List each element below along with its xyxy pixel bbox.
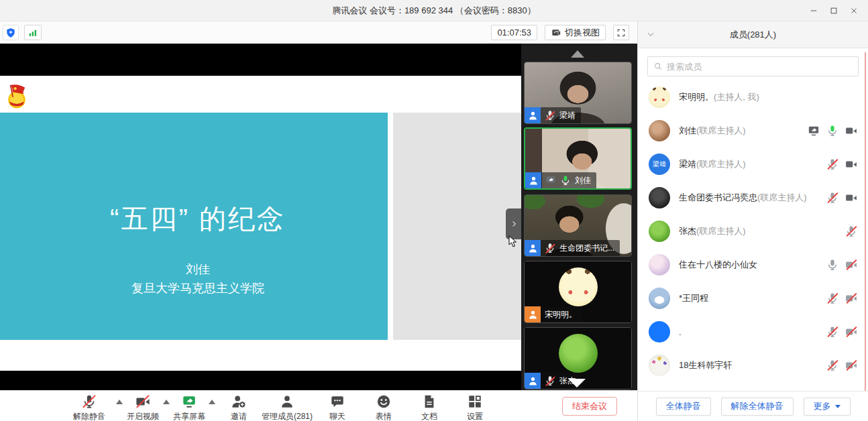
slide-side-block [393,113,521,340]
members-icon [280,394,294,409]
close-button[interactable] [844,0,864,21]
switch-view-button[interactable]: 切换视图 [545,25,606,40]
mic-muted-icon [545,243,555,253]
member-row[interactable]: 宋明明。(主持人, 我) [638,80,868,114]
member-row[interactable]: 18生科韩宇轩 [638,349,868,382]
meeting-timer: 01:07:53 [491,25,537,40]
mic-muted-icon [545,375,555,386]
video-tile-songmingming[interactable]: 宋明明。 [524,261,632,323]
collapse-panel-button[interactable] [646,29,657,40]
camera-on-icon [845,125,857,137]
video-tile-liangjing[interactable]: 梁靖 [524,62,632,124]
camera-on-icon [845,192,857,204]
scroll-up-arrow[interactable] [571,50,584,58]
network-status-button[interactable] [24,25,42,40]
mic-muted-icon [545,110,555,121]
member-row[interactable]: *王同程 [638,282,868,315]
member-row[interactable]: 刘佳(联席主持人) [638,114,868,147]
member-name: 住在十八楼的小仙女 [679,259,757,269]
end-meeting-button[interactable]: 结束会议 [562,397,617,416]
main-stage: “五四” 的纪念 刘佳 复旦大学马克思主义学院 [0,44,637,390]
minimize-button[interactable] [804,0,824,21]
tencent-meeting-window: 腾讯会议 会议号：189 692 344 （会议密码：8830） 01 [0,0,868,421]
slide-title-block: “五四” 的纪念 刘佳 复旦大学马克思主义学院 [0,113,388,340]
settings-button[interactable]: 设置 [443,394,507,421]
chevron-down-icon [646,29,655,39]
unmute-all-button[interactable]: 解除全体静音 [721,398,794,416]
title-bar: 腾讯会议 会议号：189 692 344 （会议密码：8830） [0,0,868,21]
slide-title: “五四” 的纪念 [37,200,359,237]
avatar [559,334,598,373]
mute-all-button[interactable]: 全体静音 [656,398,711,416]
shared-screen: “五四” 的纪念 刘佳 复旦大学马克思主义学院 [0,44,521,390]
caret-down-icon [835,405,840,408]
security-button[interactable] [3,25,19,40]
member-role: (联席主持人) [696,125,746,135]
window-title: 腾讯会议 会议号：189 692 344 （会议密码：8830） [332,5,535,17]
member-name: 刘佳 [679,125,696,135]
camera-on-icon [845,158,857,170]
mic-muted-icon [826,158,838,170]
scroll-down-arrow[interactable] [568,379,586,387]
mic-muted-icon [82,394,97,409]
mic-muted-icon [826,192,838,204]
fullscreen-icon [616,28,626,38]
avatar [649,254,670,276]
camera-off-icon [845,259,857,271]
camera-off-icon [845,326,857,338]
avatar [649,86,670,108]
member-row[interactable]: . [638,315,868,349]
members-panel-footer: 全体静音 解除全体静音 更多 [638,391,868,421]
avatar [649,288,670,309]
member-name: . [679,327,682,337]
document-icon [422,394,437,409]
maximize-icon [829,6,838,15]
settings-grid-icon [468,394,482,409]
mic-on-icon [826,125,838,137]
chevron-right-icon [510,220,518,228]
member-role: (联席主持人) [696,226,746,236]
bottom-toolbar: 解除静音 开启视频 共享屏幕 邀请 管理成员(281) 聊天 表情 [0,390,637,421]
mouse-cursor [508,235,517,248]
screen-share-icon [545,175,556,186]
search-input[interactable] [667,62,853,72]
avatar [559,267,598,306]
member-role: (联席主持人) [757,192,807,202]
member-role: (联席主持人) [696,159,746,169]
screen-share-icon [808,125,820,137]
member-badge-icon [525,240,541,256]
mic-muted-icon [826,326,838,338]
members-panel: 成员(281人) 宋明明。(主持人, 我) 刘佳(联席主持人) [637,21,868,421]
video-tile-liujia[interactable]: 刘佳 [524,127,632,190]
member-badge-icon [525,373,541,389]
emoji-icon [376,394,391,409]
youth-league-emblem-icon [4,82,30,111]
members-panel-title: 成员(281人) [730,29,776,41]
screen-share-icon [182,394,197,409]
member-row[interactable]: 梁靖 梁靖(联席主持人) [638,147,868,181]
member-name: 梁靖 [679,159,696,169]
mic-on-icon [826,259,838,271]
minimize-icon [809,6,818,15]
presentation-slide: “五四” 的纪念 刘佳 复旦大学马克思主义学院 [0,76,521,371]
fullscreen-button[interactable] [613,25,629,40]
avatar [649,120,670,141]
member-row[interactable]: 张杰(联席主持人) [638,215,868,248]
member-badge-icon [525,107,541,123]
member-row[interactable]: 生命团委书记冯奕忠(联席主持人) [638,181,868,215]
member-name: 宋明明。 [679,92,714,102]
close-icon [849,6,859,15]
chat-icon [330,394,345,409]
member-row[interactable]: 住在十八楼的小仙女 [638,248,868,282]
timer-value: 01:07:53 [497,27,531,38]
maximize-button[interactable] [824,0,844,21]
mic-on-icon [560,175,571,186]
more-button[interactable]: 更多 [804,398,851,416]
member-name: *王同程 [679,293,708,303]
video-tile-shengmingtuanwei[interactable]: 生命团委书记... [524,194,632,257]
member-role: (主持人, 我) [714,92,759,102]
avatar [649,321,670,343]
shield-icon [5,27,16,38]
mic-muted-icon [826,359,838,371]
scrollbar[interactable] [865,52,866,394]
